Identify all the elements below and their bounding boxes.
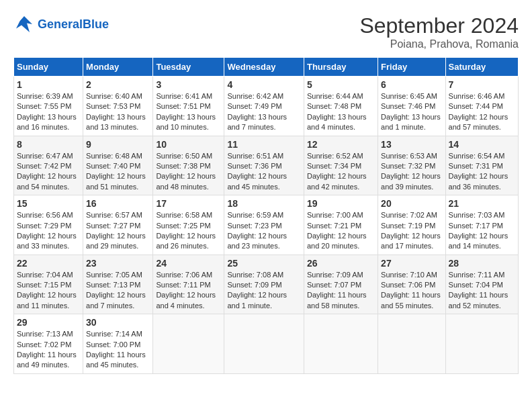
day-number: 3 bbox=[156, 79, 221, 90]
table-row: 29Sunrise: 7:13 AMSunset: 7:02 PMDayligh… bbox=[14, 314, 83, 374]
cell-content: Sunrise: 6:42 AMSunset: 7:49 PMDaylight:… bbox=[227, 91, 301, 133]
day-number: 9 bbox=[86, 139, 150, 150]
cell-content: Sunrise: 6:50 AMSunset: 7:38 PMDaylight:… bbox=[156, 151, 221, 193]
cell-content: Sunrise: 7:10 AMSunset: 7:06 PMDaylight:… bbox=[381, 270, 442, 312]
cell-content: Sunrise: 6:59 AMSunset: 7:23 PMDaylight:… bbox=[227, 210, 301, 252]
table-row: 21Sunrise: 7:03 AMSunset: 7:17 PMDayligh… bbox=[445, 195, 518, 255]
table-row: 2Sunrise: 6:40 AMSunset: 7:53 PMDaylight… bbox=[83, 77, 153, 136]
cell-content: Sunrise: 6:44 AMSunset: 7:48 PMDaylight:… bbox=[307, 91, 375, 133]
day-number: 12 bbox=[307, 139, 375, 150]
cell-content: Sunrise: 7:00 AMSunset: 7:21 PMDaylight:… bbox=[307, 210, 375, 252]
day-number: 28 bbox=[449, 258, 515, 269]
cell-content: Sunrise: 6:57 AMSunset: 7:27 PMDaylight:… bbox=[86, 210, 150, 252]
table-row: 30Sunrise: 7:14 AMSunset: 7:00 PMDayligh… bbox=[83, 314, 153, 374]
day-number: 5 bbox=[307, 79, 375, 90]
cell-content: Sunrise: 7:03 AMSunset: 7:17 PMDaylight:… bbox=[449, 210, 515, 252]
table-row: 17Sunrise: 6:58 AMSunset: 7:25 PMDayligh… bbox=[153, 195, 224, 255]
cell-content: Sunrise: 7:04 AMSunset: 7:15 PMDaylight:… bbox=[17, 270, 80, 312]
cell-content: Sunrise: 6:52 AMSunset: 7:34 PMDaylight:… bbox=[307, 151, 375, 193]
table-row: 25Sunrise: 7:08 AMSunset: 7:09 PMDayligh… bbox=[224, 255, 304, 314]
cell-content: Sunrise: 6:41 AMSunset: 7:51 PMDaylight:… bbox=[156, 91, 221, 133]
page-title: September 2024 bbox=[359, 13, 519, 38]
day-number: 6 bbox=[381, 79, 442, 90]
table-row: 14Sunrise: 6:54 AMSunset: 7:31 PMDayligh… bbox=[445, 136, 518, 195]
day-number: 11 bbox=[227, 139, 301, 150]
col-friday: Friday bbox=[378, 58, 445, 77]
cell-content: Sunrise: 6:45 AMSunset: 7:46 PMDaylight:… bbox=[381, 91, 442, 133]
day-number: 26 bbox=[307, 258, 375, 269]
cell-content: Sunrise: 6:46 AMSunset: 7:44 PMDaylight:… bbox=[449, 91, 515, 133]
table-row: 3Sunrise: 6:41 AMSunset: 7:51 PMDaylight… bbox=[153, 77, 224, 136]
calendar-week-row: 22Sunrise: 7:04 AMSunset: 7:15 PMDayligh… bbox=[14, 255, 519, 314]
table-row: 18Sunrise: 6:59 AMSunset: 7:23 PMDayligh… bbox=[224, 195, 304, 255]
table-row: 16Sunrise: 6:57 AMSunset: 7:27 PMDayligh… bbox=[83, 195, 153, 255]
table-row: 27Sunrise: 7:10 AMSunset: 7:06 PMDayligh… bbox=[378, 255, 445, 314]
cell-content: Sunrise: 6:58 AMSunset: 7:25 PMDaylight:… bbox=[156, 210, 221, 252]
day-number: 20 bbox=[381, 198, 442, 209]
cell-content: Sunrise: 6:51 AMSunset: 7:36 PMDaylight:… bbox=[227, 151, 301, 193]
day-number: 23 bbox=[86, 258, 150, 269]
table-row: 8Sunrise: 6:47 AMSunset: 7:42 PMDaylight… bbox=[14, 136, 83, 195]
calendar-week-row: 1Sunrise: 6:39 AMSunset: 7:55 PMDaylight… bbox=[14, 77, 519, 136]
table-row: 15Sunrise: 6:56 AMSunset: 7:29 PMDayligh… bbox=[14, 195, 83, 255]
day-number: 22 bbox=[17, 258, 80, 269]
cell-content: Sunrise: 7:06 AMSunset: 7:11 PMDaylight:… bbox=[156, 270, 221, 312]
col-monday: Monday bbox=[83, 58, 153, 77]
table-row: 6Sunrise: 6:45 AMSunset: 7:46 PMDaylight… bbox=[378, 77, 445, 136]
day-number: 17 bbox=[156, 198, 221, 209]
cell-content: Sunrise: 6:40 AMSunset: 7:53 PMDaylight:… bbox=[86, 91, 150, 133]
day-number: 1 bbox=[17, 79, 80, 90]
cell-content: Sunrise: 6:39 AMSunset: 7:55 PMDaylight:… bbox=[17, 91, 80, 133]
day-number: 15 bbox=[17, 198, 80, 209]
table-row: 26Sunrise: 7:09 AMSunset: 7:07 PMDayligh… bbox=[304, 255, 378, 314]
col-saturday: Saturday bbox=[445, 58, 518, 77]
day-number: 8 bbox=[17, 139, 80, 150]
table-row bbox=[378, 314, 445, 374]
day-number: 29 bbox=[17, 317, 80, 328]
title-block: September 2024 Poiana, Prahova, Romania bbox=[359, 13, 519, 50]
day-number: 4 bbox=[227, 79, 301, 90]
table-row: 19Sunrise: 7:00 AMSunset: 7:21 PMDayligh… bbox=[304, 195, 378, 255]
day-number: 21 bbox=[449, 198, 515, 209]
page-header: GeneralBlue September 2024 Poiana, Praho… bbox=[13, 13, 519, 50]
logo: GeneralBlue bbox=[13, 13, 109, 35]
cell-content: Sunrise: 7:02 AMSunset: 7:19 PMDaylight:… bbox=[381, 210, 442, 252]
cell-content: Sunrise: 6:56 AMSunset: 7:29 PMDaylight:… bbox=[17, 210, 80, 252]
day-number: 2 bbox=[86, 79, 150, 90]
table-row: 10Sunrise: 6:50 AMSunset: 7:38 PMDayligh… bbox=[153, 136, 224, 195]
cell-content: Sunrise: 7:08 AMSunset: 7:09 PMDaylight:… bbox=[227, 270, 301, 312]
table-row: 9Sunrise: 6:48 AMSunset: 7:40 PMDaylight… bbox=[83, 136, 153, 195]
cell-content: Sunrise: 6:48 AMSunset: 7:40 PMDaylight:… bbox=[86, 151, 150, 193]
day-number: 18 bbox=[227, 198, 301, 209]
table-row: 24Sunrise: 7:06 AMSunset: 7:11 PMDayligh… bbox=[153, 255, 224, 314]
day-number: 7 bbox=[449, 79, 515, 90]
col-tuesday: Tuesday bbox=[153, 58, 224, 77]
table-row: 7Sunrise: 6:46 AMSunset: 7:44 PMDaylight… bbox=[445, 77, 518, 136]
cell-content: Sunrise: 7:09 AMSunset: 7:07 PMDaylight:… bbox=[307, 270, 375, 312]
table-row: 4Sunrise: 6:42 AMSunset: 7:49 PMDaylight… bbox=[224, 77, 304, 136]
table-row bbox=[224, 314, 304, 374]
table-row: 1Sunrise: 6:39 AMSunset: 7:55 PMDaylight… bbox=[14, 77, 83, 136]
table-row: 5Sunrise: 6:44 AMSunset: 7:48 PMDaylight… bbox=[304, 77, 378, 136]
day-number: 10 bbox=[156, 139, 221, 150]
cell-content: Sunrise: 6:54 AMSunset: 7:31 PMDaylight:… bbox=[449, 151, 515, 193]
cell-content: Sunrise: 6:53 AMSunset: 7:32 PMDaylight:… bbox=[381, 151, 442, 193]
table-row: 13Sunrise: 6:53 AMSunset: 7:32 PMDayligh… bbox=[378, 136, 445, 195]
svg-marker-0 bbox=[16, 16, 32, 32]
calendar-week-row: 15Sunrise: 6:56 AMSunset: 7:29 PMDayligh… bbox=[14, 195, 519, 255]
day-number: 24 bbox=[156, 258, 221, 269]
col-thursday: Thursday bbox=[304, 58, 378, 77]
page-subtitle: Poiana, Prahova, Romania bbox=[359, 38, 519, 50]
day-number: 13 bbox=[381, 139, 442, 150]
day-number: 16 bbox=[86, 198, 150, 209]
table-row: 22Sunrise: 7:04 AMSunset: 7:15 PMDayligh… bbox=[14, 255, 83, 314]
col-wednesday: Wednesday bbox=[224, 58, 304, 77]
cell-content: Sunrise: 7:13 AMSunset: 7:02 PMDaylight:… bbox=[17, 329, 80, 371]
table-row: 23Sunrise: 7:05 AMSunset: 7:13 PMDayligh… bbox=[83, 255, 153, 314]
cell-content: Sunrise: 7:05 AMSunset: 7:13 PMDaylight:… bbox=[86, 270, 150, 312]
day-number: 27 bbox=[381, 258, 442, 269]
logo-icon bbox=[13, 13, 35, 35]
table-row bbox=[304, 314, 378, 374]
table-row: 12Sunrise: 6:52 AMSunset: 7:34 PMDayligh… bbox=[304, 136, 378, 195]
table-row: 11Sunrise: 6:51 AMSunset: 7:36 PMDayligh… bbox=[224, 136, 304, 195]
